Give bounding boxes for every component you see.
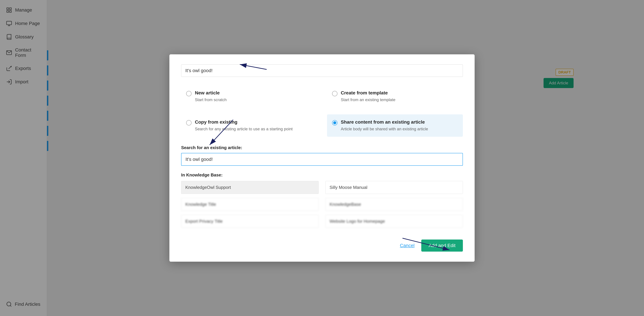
option-create-template-label: Create from template bbox=[341, 90, 395, 96]
kb-section: In Knowledge Base: KnowledgeOwl Support … bbox=[181, 172, 463, 228]
radio-new-article[interactable] bbox=[186, 91, 192, 96]
option-share-content-text: Share content from an existing article A… bbox=[341, 120, 428, 132]
radio-create-template[interactable] bbox=[332, 91, 338, 96]
search-label: Search for an existing article: bbox=[181, 145, 463, 150]
kb-item-blurred-1[interactable]: Knowledge Title bbox=[181, 198, 319, 211]
kb-item-blurred-2[interactable]: KnowledgeBase bbox=[325, 198, 463, 211]
kb-grid: KnowledgeOwl Support Silly Moose Manual … bbox=[181, 181, 463, 228]
option-copy-existing-desc: Search for any existing article to use a… bbox=[195, 126, 293, 132]
search-existing-article-input[interactable] bbox=[181, 153, 463, 166]
cancel-button[interactable]: Cancel bbox=[400, 243, 414, 248]
radio-copy-existing[interactable] bbox=[186, 120, 192, 126]
option-new-article[interactable]: New article Start from scratch bbox=[181, 85, 317, 108]
option-share-content-label: Share content from an existing article bbox=[341, 120, 428, 125]
option-create-template-text: Create from template Start from an exist… bbox=[341, 90, 395, 103]
option-create-template[interactable]: Create from template Start from an exist… bbox=[327, 85, 463, 108]
kb-item-knowledgeowl[interactable]: KnowledgeOwl Support bbox=[181, 181, 319, 194]
option-copy-existing-text: Copy from existing Search for any existi… bbox=[195, 120, 293, 132]
modal: New article Start from scratch Create fr… bbox=[170, 54, 474, 262]
kb-item-blurred-3[interactable]: Export Privacy Title bbox=[181, 215, 319, 228]
option-new-article-label: New article bbox=[195, 90, 226, 96]
option-copy-existing[interactable]: Copy from existing Search for any existi… bbox=[181, 114, 317, 137]
option-share-content-desc: Article body will be shared with an exis… bbox=[341, 126, 428, 132]
option-create-template-desc: Start from an existing template bbox=[341, 97, 395, 103]
kb-label: In Knowledge Base: bbox=[181, 172, 463, 178]
options-grid: New article Start from scratch Create fr… bbox=[181, 85, 463, 137]
title-input-wrap bbox=[181, 64, 463, 77]
kb-item-blurred-4[interactable]: Website Logo for Homepage bbox=[325, 215, 463, 228]
kb-item-silly-moose[interactable]: Silly Moose Manual bbox=[325, 181, 463, 194]
modal-overlay: New article Start from scratch Create fr… bbox=[0, 0, 644, 316]
add-and-edit-button[interactable]: Add and Edit bbox=[421, 240, 463, 252]
option-share-content[interactable]: Share content from an existing article A… bbox=[327, 114, 463, 137]
modal-footer: Cancel Add and Edit bbox=[181, 236, 463, 252]
radio-share-content[interactable] bbox=[332, 120, 338, 126]
option-copy-existing-label: Copy from existing bbox=[195, 120, 293, 125]
search-section: Search for an existing article: bbox=[181, 145, 463, 172]
option-new-article-desc: Start from scratch bbox=[195, 97, 226, 103]
article-title-input[interactable] bbox=[181, 64, 463, 77]
option-new-article-text: New article Start from scratch bbox=[195, 90, 226, 103]
